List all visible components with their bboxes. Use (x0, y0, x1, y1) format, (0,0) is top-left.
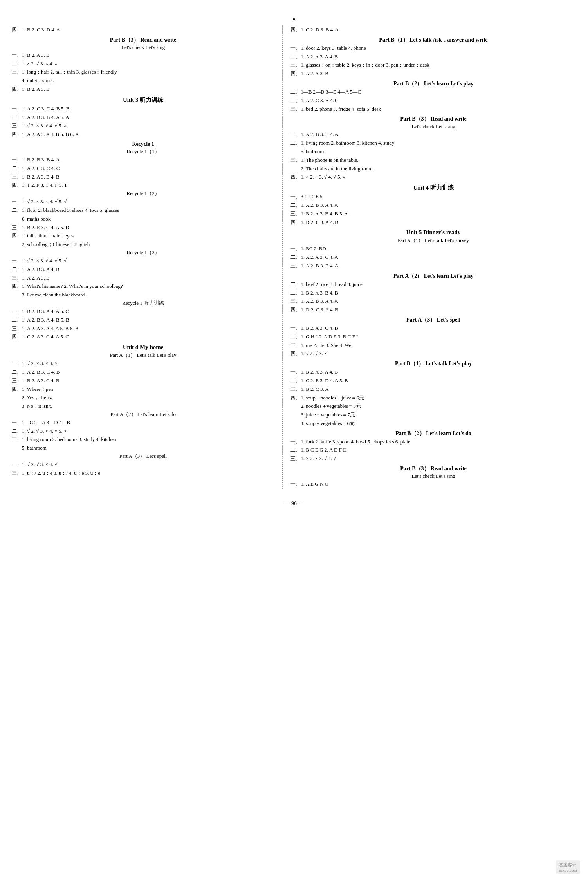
right-sec2-title: Part B（2） Let's learn Let's play (290, 80, 576, 87)
right-sec8-line2: 二、1. C 2. E 3. D 4. A 5. B (290, 377, 576, 385)
right-sec7-title: Part A（3） Let's spell (290, 316, 576, 324)
right-sec4-line1: 一、3 1 4 2 6 5 (290, 193, 576, 201)
left-sec5-line1: 一、1. √ 2. × 3. √ 4. √ 5. √ (12, 257, 274, 265)
left-sec3-line1: 一、1. B 2. B 3. B 4. A (12, 156, 274, 164)
right-sec3-title: Part B（3） Read and write (290, 116, 576, 123)
right-sec3-line4: 三、1. The phone is on the table. (290, 156, 576, 164)
left-sec5-line3: 三、1. A 2. A 3. B (12, 274, 274, 282)
left-sec7-line4: 四、1. Where；pen (12, 385, 274, 394)
right-section-6: Part A（2） Let's learn Let's play 二、1. be… (290, 273, 576, 314)
left-sec1-line3: 三、1. long；hair 2. tall；thin 3. glasses；f… (12, 68, 274, 76)
right-sec5-line1: 一、1. BC 2. BD (290, 245, 576, 253)
right-top-answer: 四、1. C 2. D 3. B 4. A (290, 26, 576, 34)
left-sec7-line2: 二、1. A 2. B 3. C 4. B (12, 368, 274, 376)
left-sec8-subtitle: Part A（2） Let's learn Let's do (12, 411, 274, 418)
left-sec7-unit-title: Unit 4 My home (12, 344, 274, 351)
right-sec4-title: Unit 4 听力训练 (290, 184, 576, 192)
right-sec6-line4: 四、1. D 2. C 3. A 4. B (290, 306, 576, 314)
watermark: 答案客☆mxqe.com (556, 860, 580, 874)
left-sec4-line3: 6. maths book (12, 215, 274, 223)
right-sec1-title: Part B（1） Let's talk Ask，answer and writ… (290, 36, 576, 43)
right-sec8-line3: 三、1. B 2. C 3. A (290, 385, 576, 394)
right-section-4: Unit 4 听力训练 一、3 1 4 2 6 5 二、1. A 2. B 3.… (290, 184, 576, 226)
right-section-8: Part B（1） Let's talk Let's play 一、1. B 2… (290, 360, 576, 428)
left-sec2-line2: 二、1. A 2. B 3. B 4. A 5. A (12, 114, 274, 122)
left-sec4-line4: 三、1. B 2. E 3. C 4. A 5. D (12, 224, 274, 232)
left-sec2-title: Unit 3 听力训练 (12, 96, 274, 104)
right-sec5-line3: 三、1. A 2. B 3. B 4. A (290, 262, 576, 270)
left-sec4-line2: 二、1. floor 2. blackboard 3. shoes 4. toy… (12, 206, 274, 215)
left-section-5: Recycle 1（3） 一、1. √ 2. × 3. √ 4. √ 5. √ … (12, 249, 274, 299)
left-sec9-line1: 一、1. √ 2. √ 3. × 4. √ (12, 461, 274, 469)
right-sec7-line1: 一、1. B 2. A 3. C 4. B (290, 324, 576, 333)
right-sec4-line2: 二、1. A 2. B 3. A 4. A (290, 201, 576, 210)
right-sec7-line4: 四、1. √ 2. √ 3. × (290, 350, 576, 358)
right-sec3-line6: 四、1. × 2. × 3. √ 4. √ 5. √ (290, 173, 576, 181)
left-sec4-line5: 四、1. tall；thin；hair；eyes (12, 232, 274, 240)
left-sec8-line1: 一、1—C 2—A 3—D 4—B (12, 419, 274, 427)
right-sec8-line7: 4. soup＋vegetables＝6元 (290, 419, 576, 428)
right-sec8-line5: 2. noodles＋vegetables＝8元 (290, 402, 576, 410)
left-sec9-subtitle: Part A（3） Let's spell (12, 453, 274, 460)
left-sec6-line2: 二、1. A 2. B 3. A 4. B 5. B (12, 316, 274, 324)
right-section-5: Unit 5 Dinner's ready Part A（1） Let's ta… (290, 229, 576, 270)
left-column: 四、1. B 2. C 3. D 4. A Part B（3） Read and… (12, 25, 283, 489)
right-sec5-unit-title: Unit 5 Dinner's ready (290, 229, 576, 236)
left-sec1-line4: 4. quiet；shoes (12, 77, 274, 85)
right-sec9-line3: 三、1. × 2. × 3. √ 4. √ (290, 455, 576, 463)
left-section-7: Unit 4 My home Part A（1） Let's talk Let'… (12, 344, 274, 410)
left-sec1-line1: 一、1. B 2. A 3. B (12, 51, 274, 60)
left-section-3: Recycle 1 Recycle 1（1） 一、1. B 2. B 3. B … (12, 141, 274, 190)
left-sec1-line2: 二、1. × 2. √ 3. × 4. × (12, 60, 274, 68)
left-sec7-line3: 三、1. B 2. A 3. C 4. B (12, 377, 274, 385)
right-sec10-subtitle: Let's check Let's sing (290, 473, 576, 479)
left-sec2-line3: 三、1. √ 2. × 3. √ 4. √ 5. × (12, 122, 274, 130)
right-sec4-line3: 三、1. B 2. A 3. B 4. B 5. A (290, 210, 576, 218)
right-sec6-title: Part A（2） Let's learn Let's play (290, 273, 576, 280)
left-sec4-line6: 2. schoolbag；Chinese；English (12, 240, 274, 249)
right-sec8-line1: 一、1. B 2. A 3. A 4. B (290, 368, 576, 376)
right-sec2-line2: 二、1. A 2. C 3. B 4. C (290, 97, 576, 105)
right-sec6-line1: 二、1. beef 2. rice 3. bread 4. juice (290, 280, 576, 289)
right-sec7-line3: 三、1. me 2. He 3. She 4. We (290, 342, 576, 350)
left-sec3-line4: 四、1. T 2. F 3. T 4. F 5. T (12, 181, 274, 190)
left-sec3-line2: 二、1. A 2. C 3. C 4. C (12, 164, 274, 173)
left-sec2-line1: 一、1. A 2. C 3. C 4. B 5. B (12, 105, 274, 113)
right-sec3-line5: 2. The chairs are in the living room. (290, 165, 576, 173)
left-sec8-line4: 5. bathroom (12, 444, 274, 452)
left-sec4-subtitle: Recycle 1（2） (12, 190, 274, 197)
left-sec7-line6: 3. No，it isn't. (12, 402, 274, 410)
left-section-8: Part A（2） Let's learn Let's do 一、1—C 2—A… (12, 411, 274, 452)
two-column-layout: 四、1. B 2. C 3. D 4. A Part B（3） Read and… (12, 25, 576, 489)
left-sec1-subtitle: Let's check Let's sing (12, 44, 274, 51)
left-section-1: Part B（3） Read and write Let's check Let… (12, 36, 274, 94)
right-sec6-line3: 三、1. A 2. B 3. A 4. A (290, 297, 576, 305)
right-sec3-line1: 一、1. A 2. B 3. B 4. A (290, 130, 576, 139)
right-sec9-title: Part B（2） Let's learn Let's do (290, 430, 576, 437)
right-sec1-line2: 二、1. A 2. A 3. A 4. B (290, 53, 576, 61)
left-sec7-line5: 2. Yes，she is. (12, 394, 274, 402)
left-sec8-line2: 二、1. √ 2. √ 3. × 4. × 5. × (12, 427, 274, 436)
right-sec2-line1: 二、1—B 2—D 3—E 4—A 5—C (290, 88, 576, 96)
left-section-6: Recycle 1 听力训练 一、1. B 2. B 3. A 4. A 5. … (12, 300, 274, 341)
left-sec3-line3: 三、1. B 2. A 3. B 4. B (12, 173, 274, 181)
right-sec6-line2: 二、1. B 2. A 3. B 4. B (290, 289, 576, 297)
right-sec1-line4: 四、1. A 2. A 3. B (290, 70, 576, 78)
right-section-7: Part A（3） Let's spell 一、1. B 2. A 3. C 4… (290, 316, 576, 358)
left-sec7-subtitle: Part A（1） Let's talk Let's play (12, 352, 274, 359)
right-section-10: Part B（3） Read and write Let's check Let… (290, 465, 576, 488)
right-section-2: Part B（2） Let's learn Let's play 二、1—B 2… (290, 80, 576, 113)
left-sec6-line3: 三、1. A 2. A 3. A 4. A 5. B 6. B (12, 325, 274, 333)
left-sec7-line1: 一、1. √ 2. × 3. × 4. × (12, 360, 274, 368)
right-column: 四、1. C 2. D 3. B 4. A Part B（1） Let's ta… (283, 25, 576, 489)
right-sec4-line4: 四、1. D 2. C 3. A 4. B (290, 219, 576, 227)
right-sec9-line2: 二、1. B C E G 2. A D F H (290, 446, 576, 454)
left-sec5-line5: 3. Let me clean the blackboard. (12, 291, 274, 299)
left-sec4-line1: 一、1. √ 2. × 3. × 4. √ 5. √ (12, 198, 274, 206)
page: ▲ 四、1. B 2. C 3. D 4. A Part B（3） Read a… (0, 0, 588, 882)
left-section-4: Recycle 1（2） 一、1. √ 2. × 3. × 4. √ 5. √ … (12, 190, 274, 249)
top-arrow: ▲ (12, 16, 576, 22)
left-top-answer: 四、1. B 2. C 3. D 4. A (12, 26, 274, 34)
left-section-2: Unit 3 听力训练 一、1. A 2. C 3. C 4. B 5. B 二… (12, 96, 274, 139)
left-sec3-title: Recycle 1 (12, 141, 274, 147)
